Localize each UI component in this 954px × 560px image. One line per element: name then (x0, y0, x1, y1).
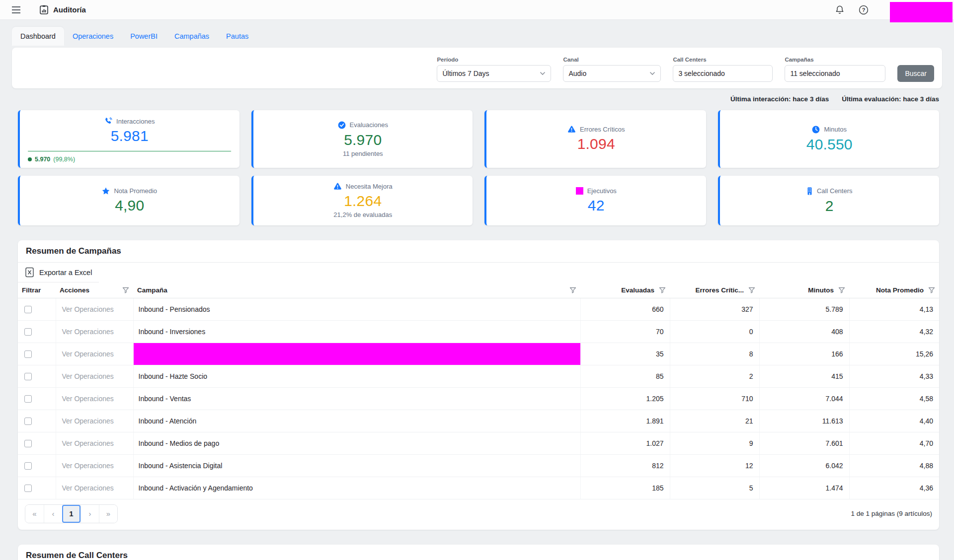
ver-operaciones-link[interactable]: Ver Operaciones (60, 395, 114, 403)
notifications-bell-icon[interactable] (834, 4, 846, 16)
campanas-input[interactable]: 11 seleccionado (785, 65, 885, 82)
ver-operaciones-link[interactable]: Ver Operaciones (60, 462, 114, 470)
campaign-name: Inbound - Medios de pago (133, 432, 580, 454)
last-interaction-status: Última interacción: hace 3 días (730, 95, 829, 103)
kpi-value: 42 (588, 197, 605, 214)
kpi-value: 1.094 (577, 136, 615, 152)
clock-icon (812, 126, 820, 134)
ver-operaciones-link[interactable]: Ver Operaciones (60, 372, 114, 380)
call-centers-input[interactable]: 3 seleccionado (673, 65, 773, 82)
campaign-name: Inbound - Atención (133, 410, 580, 432)
progress-caption: 5.970 (99,8%) (28, 156, 232, 163)
tab-campanas[interactable]: Campañas (166, 27, 218, 46)
canal-select[interactable]: Audio (563, 65, 661, 82)
progress-bar (28, 151, 232, 151)
campaign-name-redacted (133, 343, 580, 365)
table-row: Ver Operaciones Inbound - Hazte Socio 85… (18, 365, 939, 387)
pagination-bar: « ‹ 1 › » 1 de 1 páginas (9 artículos) (18, 499, 939, 530)
ver-operaciones-link[interactable]: Ver Operaciones (60, 484, 114, 492)
row-checkbox[interactable] (24, 485, 32, 492)
filter-funnel-icon[interactable] (569, 287, 576, 293)
last-evaluation-status: Última evaluación: hace 3 días (842, 95, 939, 103)
col-minutos: Minutos (759, 282, 849, 298)
row-checkbox[interactable] (24, 418, 32, 425)
kpi-label: Ejecutivos (587, 187, 617, 195)
kpi-value: 5.981 (111, 128, 149, 144)
filter-funnel-icon[interactable] (659, 287, 666, 293)
filter-funnel-icon[interactable] (748, 287, 755, 293)
ver-operaciones-link[interactable]: Ver Operaciones (60, 305, 114, 313)
kpi-value: 4,90 (115, 197, 144, 214)
kpi-label: Call Centers (817, 187, 853, 195)
row-checkbox[interactable] (24, 462, 32, 470)
phone-icon (104, 117, 112, 125)
hamburger-menu-icon[interactable] (10, 4, 22, 16)
periodo-label: Período (437, 57, 551, 63)
call-centers-label: Call Centers (673, 57, 773, 63)
kpi-errores-criticos: Errores Críticos 1.094 (484, 110, 706, 168)
call-centers-title: Resumen de Call Centers (18, 545, 939, 560)
kpi-label: Minutos (824, 126, 847, 133)
table-row: Ver Operaciones Inbound - Atención 1.891… (18, 410, 939, 432)
warning-triangle-icon (567, 126, 576, 133)
export-excel-button[interactable]: Exportar a Excel (18, 263, 99, 282)
main-tabs: Dashboard Operaciones PowerBI Campañas P… (0, 20, 954, 46)
tab-pautas[interactable]: Pautas (218, 27, 257, 46)
next-page-button[interactable]: › (80, 505, 99, 523)
ver-operaciones-link[interactable]: Ver Operaciones (60, 350, 114, 358)
campaign-name: Inbound - Activación y Agendamiento (133, 477, 580, 499)
col-nota: Nota Promedio (849, 282, 939, 298)
kpi-label: Errores Críticos (580, 126, 625, 133)
ver-operaciones-link[interactable]: Ver Operaciones (60, 328, 114, 336)
table-row: Ver Operaciones Inbound - Asistencia Dig… (18, 454, 939, 477)
col-campana: Campaña (133, 282, 580, 298)
kpi-value: 1.264 (344, 193, 382, 210)
help-icon[interactable]: ? (858, 4, 870, 16)
kpi-evaluaciones: Evaluaciones 5.970 11 pendientes (251, 110, 473, 168)
tab-operaciones[interactable]: Operaciones (64, 27, 122, 46)
kpi-necesita-mejora: Necesita Mejora 1.264 21,2% de evaluadas (251, 176, 473, 225)
buscar-button[interactable]: Buscar (897, 65, 934, 82)
row-checkbox[interactable] (24, 440, 32, 447)
kpi-call-centers: Call Centers 2 (718, 176, 940, 225)
excel-icon (25, 267, 34, 278)
periodo-select[interactable]: Últimos 7 Days (437, 65, 551, 82)
call-centers-panel: Resumen de Call Centers (18, 545, 939, 560)
row-checkbox[interactable] (24, 350, 32, 358)
row-checkbox[interactable] (24, 328, 32, 336)
table-row: Ver Operaciones Inbound - Pensionados 66… (18, 298, 939, 320)
campaign-name: Inbound - Inversiones (133, 320, 580, 343)
tab-dashboard[interactable]: Dashboard (12, 27, 64, 46)
kpi-label: Nota Promedio (114, 187, 157, 195)
kpi-value: 2 (825, 198, 834, 214)
app-logo: Auditoría (40, 5, 86, 14)
page-1-button[interactable]: 1 (62, 505, 80, 523)
last-page-button[interactable]: » (99, 505, 117, 523)
green-dot-icon (28, 157, 32, 161)
svg-text:?: ? (862, 7, 866, 13)
table-row: Ver Operaciones Inbound - Ventas 1.205 7… (18, 387, 939, 410)
filter-funnel-icon[interactable] (838, 287, 845, 293)
row-checkbox[interactable] (24, 306, 32, 313)
tab-powerbi[interactable]: PowerBI (122, 27, 166, 46)
warning-triangle-icon (333, 183, 342, 190)
redacted-user-area[interactable] (890, 2, 953, 22)
filter-bar: Período Últimos 7 Days Canal Audio Call … (12, 48, 942, 88)
campaign-name: Inbound - Hazte Socio (133, 365, 580, 387)
col-errores: Errores Crític... (670, 282, 759, 298)
kpi-minutos: Minutos 40.550 (718, 110, 940, 168)
row-checkbox[interactable] (24, 373, 32, 380)
filter-funnel-icon[interactable] (928, 287, 935, 293)
prev-page-button[interactable]: ‹ (44, 505, 62, 523)
ver-operaciones-link[interactable]: Ver Operaciones (60, 417, 114, 425)
col-acciones: Acciones (56, 282, 133, 298)
ver-operaciones-link[interactable]: Ver Operaciones (60, 439, 114, 447)
building-icon (806, 187, 813, 195)
kpi-interacciones: Interacciones 5.981 5.970 (99,8%) (18, 110, 239, 168)
first-page-button[interactable]: « (25, 505, 44, 523)
filter-funnel-icon[interactable] (122, 287, 129, 293)
row-checkbox[interactable] (24, 395, 32, 403)
check-circle-icon (338, 121, 346, 129)
campanas-label: Campañas (785, 57, 885, 63)
status-bar: Última interacción: hace 3 días Última e… (15, 95, 939, 103)
